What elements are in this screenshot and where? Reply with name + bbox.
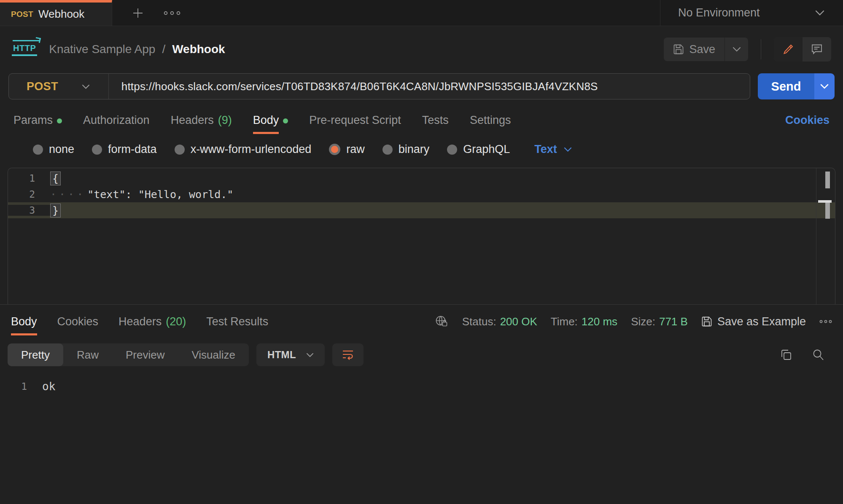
wrap-lines-button[interactable] [332, 343, 364, 366]
save-icon [673, 44, 684, 55]
wrap-text-icon [342, 349, 354, 360]
tab-params[interactable]: Params [13, 114, 62, 127]
tab-method-label: POST [11, 10, 33, 19]
mode-x-www-form-urlencoded[interactable]: x-www-form-urlencoded [175, 143, 312, 156]
send-button[interactable]: Send [758, 73, 814, 99]
http-protocol-icon: HTTP [12, 43, 37, 56]
view-pretty[interactable]: Pretty [8, 343, 63, 366]
tab-pre-request-script[interactable]: Pre-request Script [309, 114, 401, 127]
radio-icon [92, 145, 102, 155]
raw-language-selector[interactable]: Text [534, 143, 572, 156]
tab-tests[interactable]: Tests [422, 114, 449, 127]
more-options-icon [164, 11, 180, 15]
request-tabs: Params Authorization Headers (9) Body Pr… [0, 114, 843, 127]
edit-mode-button[interactable] [774, 37, 803, 62]
tab-body[interactable]: Body [253, 114, 288, 127]
comments-button[interactable] [803, 37, 831, 62]
line-number: 3 [8, 205, 50, 216]
editor-line: 2 ···· "text": "Hello, world." [8, 186, 835, 202]
breadcrumb-collection[interactable]: Knative Sample App [49, 43, 155, 56]
mode-none[interactable]: none [33, 143, 74, 156]
method-label: POST [27, 80, 58, 93]
response-line: 1 ok [0, 378, 843, 395]
send-options-button[interactable] [814, 73, 835, 99]
overview-ruler [816, 168, 816, 304]
view-preview[interactable]: Preview [112, 343, 178, 366]
scrollbar-marker[interactable] [825, 172, 830, 188]
chevron-down-icon [820, 84, 829, 89]
save-button-label: Save [689, 43, 715, 56]
request-body-editor[interactable]: 1 { 2 ···· "text": "Hello, world." 3 } [8, 168, 835, 304]
tab-settings[interactable]: Settings [470, 114, 511, 127]
whitespace-dots: ···· [50, 188, 86, 201]
response-tab-test-results[interactable]: Test Results [206, 315, 268, 328]
save-button[interactable]: Save [664, 38, 724, 61]
editor-line: 1 { [8, 170, 835, 186]
request-tab-bar: POST Webhook No Environment [0, 0, 843, 26]
response-options-button[interactable] [819, 320, 832, 323]
save-as-example-button[interactable]: Save as Example [701, 315, 806, 328]
request-header: HTTP Knative Sample App / Webhook Save [0, 35, 843, 64]
response-section: Body Cookies Headers (20) Test Results [0, 304, 843, 395]
copy-response-button[interactable] [780, 349, 792, 361]
breadcrumb-separator: / [162, 43, 165, 56]
line-number: 1 [0, 381, 42, 392]
response-tab-body[interactable]: Body [11, 315, 37, 328]
tab-headers[interactable]: Headers (9) [171, 114, 232, 127]
mode-form-data[interactable]: form-data [92, 143, 157, 156]
tab-title-label: Webhook [38, 8, 84, 21]
mode-binary[interactable]: binary [382, 143, 430, 156]
breadcrumb-request-name[interactable]: Webhook [172, 43, 225, 56]
time-badge: Time: 120 ms [551, 315, 617, 328]
plus-icon [132, 7, 144, 19]
mode-graphql[interactable]: GraphQL [447, 143, 510, 156]
new-tab-button[interactable] [132, 0, 144, 26]
method-selector[interactable]: POST [9, 74, 108, 99]
bracket-highlight: } [50, 204, 61, 217]
response-format-selector[interactable]: HTML [256, 343, 325, 366]
unsaved-dot [57, 118, 62, 123]
radio-icon [447, 145, 457, 155]
save-icon [701, 316, 712, 327]
open-request-tab[interactable]: POST Webhook [0, 0, 112, 26]
send-button-group: Send [758, 73, 835, 99]
comment-icon [811, 44, 823, 55]
view-raw[interactable]: Raw [63, 343, 112, 366]
response-body-viewer[interactable]: 1 ok [0, 378, 843, 395]
url-input[interactable]: https://hooks.slack.com/services/T06TD83… [109, 80, 598, 93]
tab-authorization[interactable]: Authorization [83, 114, 150, 127]
response-toolbar: Pretty Raw Preview Visualize HTML [0, 341, 843, 369]
chevron-down-icon [306, 353, 314, 357]
body-mode-row: none form-data x-www-form-urlencoded raw… [0, 143, 843, 156]
search-response-button[interactable] [812, 349, 824, 361]
tab-options-button[interactable] [164, 0, 180, 26]
response-headers-count: (20) [166, 315, 186, 328]
response-header: Body Cookies Headers (20) Test Results [0, 305, 843, 338]
radio-icon [33, 145, 43, 155]
chevron-down-icon [82, 84, 90, 89]
url-box: POST https://hooks.slack.com/services/T0… [8, 73, 750, 99]
pencil-icon [782, 43, 794, 55]
bracket-highlight: { [50, 172, 61, 185]
radio-selected-icon [329, 144, 340, 155]
save-button-group: Save [664, 38, 748, 61]
postman-window: POST Webhook No Environment HTTP Knative… [0, 0, 843, 504]
edit-comment-group [774, 37, 831, 62]
line-number: 1 [8, 173, 50, 184]
scrollbar-marker[interactable] [825, 203, 830, 219]
response-tab-cookies[interactable]: Cookies [57, 315, 99, 328]
radio-icon [175, 145, 185, 155]
size-badge: Size: 771 B [631, 315, 688, 328]
header-divider [761, 39, 761, 59]
response-tab-headers[interactable]: Headers (20) [119, 315, 186, 328]
environment-selector[interactable]: No Environment [660, 0, 843, 26]
network-info-icon[interactable] [435, 315, 449, 328]
save-options-button[interactable] [724, 38, 748, 61]
chevron-down-icon [733, 47, 741, 52]
unsaved-dot [283, 118, 288, 123]
status-badge: Status: 200 OK [462, 315, 537, 328]
headers-count: (9) [218, 114, 232, 127]
mode-raw[interactable]: raw [329, 143, 365, 156]
view-visualize[interactable]: Visualize [178, 343, 249, 366]
cookies-link[interactable]: Cookies [785, 114, 830, 127]
